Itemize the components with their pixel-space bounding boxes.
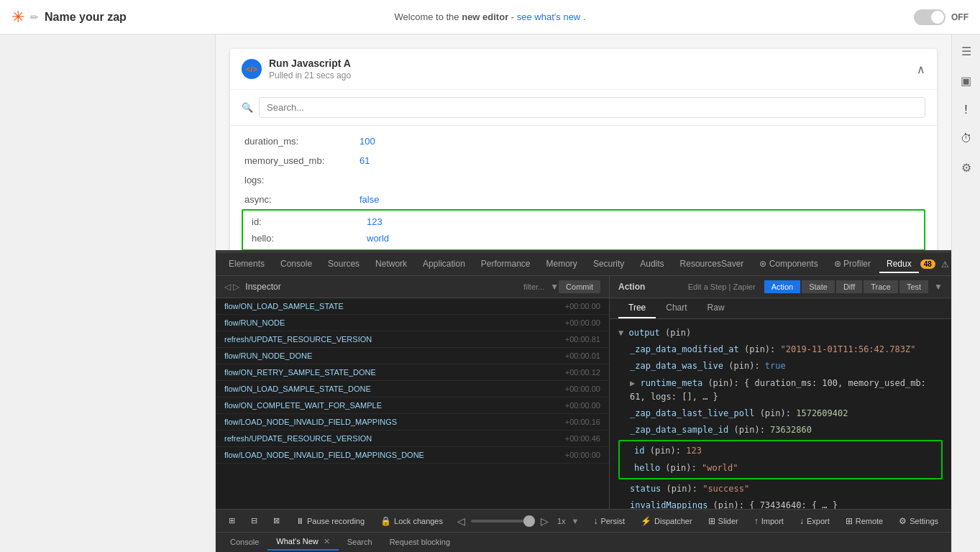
action-time: +00:00.46 [565,434,600,443]
tree-key: status [630,484,661,494]
field-value: world [367,233,389,244]
tree-tab-tree[interactable]: Tree [618,298,656,318]
settings-label: Settings [910,517,938,525]
tab-sources[interactable]: Sources [321,256,367,273]
action-item[interactable]: flow/ON_LOAD_SAMPLE_STATE_DONE +00:00.00 [216,381,609,397]
sidebar-grid-icon[interactable]: ▣ [956,70,976,92]
slider-button[interactable]: ⊞ Slider [701,514,746,528]
tree-value: "success" [702,484,749,494]
remote-button[interactable]: ⊞ Remote [838,514,891,528]
tab-diff-btn[interactable]: Diff [836,280,862,293]
tab-memory[interactable]: Memory [539,256,585,273]
slider-thumb [523,515,535,527]
import-button[interactable]: ↑ Import [747,514,791,528]
step-info: Run Javascript A Pulled in 21 secs ago [269,58,351,80]
bottom-tab-console[interactable]: Console [221,535,267,551]
field-duration: duration_ms: 100 [230,132,937,151]
tree-tab-chart[interactable]: Chart [656,298,697,318]
tab-audits[interactable]: Audits [633,256,671,273]
action-item[interactable]: flow/ON_LOAD_SAMPLE_STATE +00:00.00 [216,298,609,315]
edit-step-title: Edit a Step | Zapier [688,282,756,291]
field-hello: hello: world [243,230,924,247]
tree-highlight-box: id (pin): 123 hello (pin): "world" [618,440,943,479]
tree-tab-raw[interactable]: Raw [697,298,735,318]
right-sidebar: ☰ ▣ ! ⏱ ⚙ [951,34,980,552]
action-item[interactable]: flow/ON_COMPLETE_WAIT_FOR_SAMPLE +00:00.… [216,397,609,414]
action-item[interactable]: flow/RUN_NODE_DONE +00:00.01 [216,348,609,364]
tree-paren: (pin) [665,328,691,338]
action-time: +00:00.01 [565,351,600,360]
tab-security[interactable]: Security [586,256,631,273]
see-whats-new-link[interactable]: see what's new [517,12,580,22]
settings-button[interactable]: ⚙ Settings [892,514,945,528]
tree-line: id (pin): 123 [623,443,938,459]
sidebar-clock-icon[interactable]: ⏱ [956,128,976,150]
devtools-icons: 48 ⚠ ⋮ ✕ [920,259,951,270]
action-item[interactable]: flow/LOAD_NODE_INVALID_FIELD_MAPPINGS_DO… [216,447,609,464]
filter-placeholder[interactable]: filter... [523,282,544,291]
tab-application[interactable]: Application [416,256,472,273]
tab-components[interactable]: ⊛ Components [752,256,825,273]
lock-icon: 🔒 [380,516,391,526]
action-name: flow/ON_RETRY_SAMPLE_STATE_DONE [224,368,376,377]
js-card: </> Run Javascript A Pulled in 21 secs a… [230,49,937,265]
tab-trace-btn[interactable]: Trace [864,280,898,293]
action-item[interactable]: flow/LOAD_NODE_INVALID_FIELD_MAPPINGS +0… [216,414,609,431]
dispatcher-button[interactable]: ⚡ Dispatcher [633,514,700,528]
bottom-tab-request-blocking[interactable]: Request blocking [381,535,459,551]
sidebar-gear-icon[interactable]: ⚙ [957,157,976,179]
action-name: flow/LOAD_NODE_INVALID_FIELD_MAPPINGS_DO… [224,451,424,459]
tree-value: "2019-11-01T11:56:42.783Z" [781,344,916,354]
tab-test-btn[interactable]: Test [899,280,928,293]
persist-button[interactable]: ↓ Persist [586,514,632,528]
lock-changes-button[interactable]: 🔒 Lock changes [373,514,450,528]
tree-key: id [634,446,644,456]
slider-track[interactable] [471,520,535,523]
collapse-button[interactable]: ∧ [917,63,925,76]
app-title[interactable]: Name your zap [45,11,127,24]
action-time: +00:00.00 [565,401,600,410]
card-search-input[interactable] [259,97,925,118]
remote-label: Remote [856,517,884,525]
tab-redux[interactable]: Redux [879,256,919,273]
action-item[interactable]: flow/ON_RETRY_SAMPLE_STATE_DONE +00:00.1… [216,364,609,381]
inspector-nav-icons: ◁ ▷ [224,282,239,292]
toolbar-layout2-button[interactable]: ⊟ [244,514,265,528]
sidebar-lines-icon[interactable]: ☰ [957,40,976,63]
tree-arrow[interactable]: ▶ [630,378,640,388]
export-button[interactable]: ↓ Export [792,514,837,528]
tree-arrow[interactable]: ▼ [618,328,628,338]
tab-state-btn[interactable]: State [802,280,835,293]
tab-console[interactable]: Console [273,256,319,273]
commit-button[interactable]: Commit [559,280,600,293]
dropdown-icon[interactable]: ▼ [550,282,559,292]
slider-next-button[interactable]: ▷ [541,515,549,527]
bottom-tab-whats-new[interactable]: What's New ✕ [267,534,338,551]
toggle-switch[interactable] [914,9,945,25]
tab-network[interactable]: Network [368,256,414,273]
slider-prev-button[interactable]: ◁ [457,515,465,527]
tab-elements[interactable]: Elements [221,256,272,273]
tab-performance[interactable]: Performance [474,256,538,273]
toolbar-layout3-button[interactable]: ⊠ [266,514,287,528]
bottom-tab-search[interactable]: Search [339,535,381,551]
whats-new-close-icon[interactable]: ✕ [324,537,330,546]
action-item[interactable]: flow/RUN_NODE +00:00.00 [216,315,609,331]
action-detail-dropdown[interactable]: ▼ [934,282,943,292]
action-name: refresh/UPDATE_RESOURCE_VERSION [224,434,372,443]
action-item[interactable]: refresh/UPDATE_RESOURCE_VERSION +00:00.8… [216,331,609,348]
field-key: memory_used_mb: [244,155,360,166]
tab-resourcessaver[interactable]: ResourcesSaver [673,256,751,273]
field-logs: logs: [230,170,937,190]
tab-action-btn[interactable]: Action [764,280,801,293]
tab-profiler[interactable]: ⊛ Profiler [827,256,878,273]
tree-key: _zap_data_last_live_poll [630,408,754,418]
sidebar-alert-icon[interactable]: ! [960,99,971,121]
playback-dropdown[interactable]: ▼ [572,517,580,525]
welcome-banner: Welcome to the new editor - see what's n… [394,12,585,22]
action-item[interactable]: refresh/UPDATE_RESOURCE_VERSION +00:00.4… [216,431,609,447]
data-fields: duration_ms: 100 memory_used_mb: 61 logs… [230,126,937,265]
toolbar-layout1-button[interactable]: ⊞ [221,514,242,528]
pause-recording-button[interactable]: ⏸ Pause recording [288,514,372,528]
field-key: duration_ms: [244,136,360,147]
